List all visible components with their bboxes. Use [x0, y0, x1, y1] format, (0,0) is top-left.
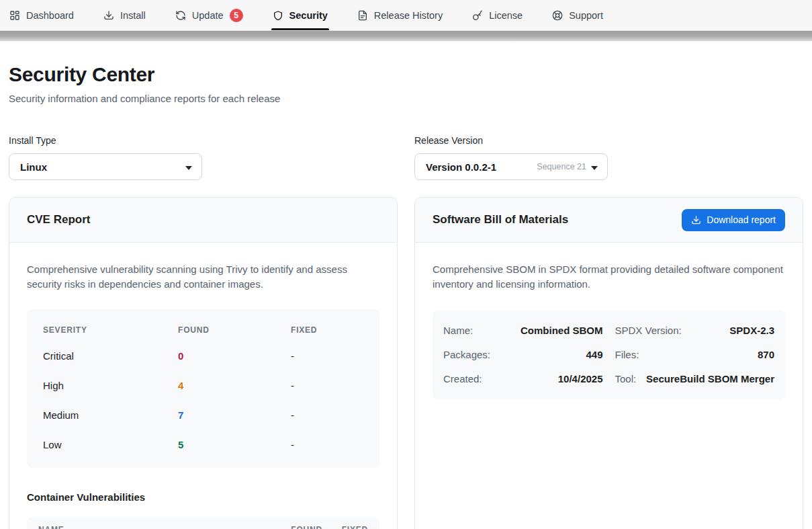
active-tab-underline	[271, 28, 329, 30]
sbom-body: Comprehensive SBOM in SPDX format provid…	[415, 243, 803, 419]
page-title: Security Center	[9, 63, 803, 86]
sbom-details-row: Packages: 449 Files: 870	[443, 343, 774, 367]
detail-value: Combined SBOM	[481, 325, 602, 336]
container-vulnerabilities-table-header: Name Found Fixed	[27, 517, 379, 529]
nav-label: Install	[120, 10, 146, 21]
fixed-count: -	[291, 439, 363, 450]
column-header-fixed: Fixed	[291, 325, 363, 335]
filters-row: Install Type Linux Release Version Versi…	[9, 135, 803, 180]
cve-report-title: CVE Report	[27, 213, 90, 227]
sbom-detail-spdx-version: SPDX Version: SPDX-2.3	[615, 325, 775, 336]
column-header-found: Found	[281, 525, 322, 529]
detail-value: SPDX-2.3	[690, 325, 774, 336]
detail-label: Created:	[443, 373, 482, 384]
detail-label: Tool:	[615, 373, 637, 384]
download-report-button[interactable]: Download report	[682, 209, 785, 231]
sbom-details-row: Name: Combined SBOM SPDX Version: SPDX-2…	[443, 319, 774, 343]
table-row-critical: Critical 0 -	[43, 341, 363, 371]
cve-report-header: CVE Report	[9, 198, 397, 243]
nav-item-install[interactable]: Install	[103, 0, 146, 30]
install-type-select[interactable]: Linux	[9, 153, 202, 180]
detail-label: Packages:	[443, 349, 490, 360]
refresh-icon	[175, 10, 186, 21]
cards-row: CVE Report Comprehensive vulnerability s…	[9, 197, 803, 529]
container-vulnerabilities-title: Container Vulnerabilities	[27, 491, 379, 503]
sbom-detail-tool: Tool: SecureBuild SBOM Merger	[615, 373, 775, 384]
fixed-count: -	[291, 409, 363, 421]
found-count: 7	[178, 409, 291, 421]
key-icon	[472, 10, 483, 21]
found-count: 5	[178, 439, 291, 450]
found-count: 0	[178, 350, 291, 362]
nav-label: Dashboard	[26, 10, 74, 21]
sbom-detail-name: Name: Combined SBOM	[443, 325, 603, 336]
nav-item-security[interactable]: Security	[273, 0, 328, 30]
nav-label: Security	[289, 10, 328, 21]
install-type-value: Linux	[20, 161, 47, 173]
table-row-medium: Medium 7 -	[43, 401, 363, 430]
chevron-down-icon	[185, 161, 192, 173]
cve-report-description: Comprehensive vulnerability scanning usi…	[27, 262, 379, 292]
download-report-label: Download report	[707, 214, 776, 225]
fixed-count: -	[291, 350, 363, 362]
life-buoy-icon	[552, 10, 563, 21]
detail-value: 449	[498, 349, 602, 360]
sbom-title: Software Bill of Materials	[433, 213, 568, 227]
found-count: 4	[178, 380, 291, 391]
install-type-filter: Install Type Linux	[9, 135, 398, 180]
column-header-fixed: Fixed	[332, 525, 368, 529]
fixed-count: -	[291, 380, 363, 391]
nav-item-release-history[interactable]: Release History	[357, 0, 443, 30]
sbom-header: Software Bill of Materials Download repo…	[415, 198, 803, 243]
cve-report-body: Comprehensive vulnerability scanning usi…	[9, 243, 397, 529]
sbom-detail-packages: Packages: 449	[443, 349, 603, 360]
sbom-description: Comprehensive SBOM in SPDX format provid…	[433, 262, 785, 292]
update-count-badge: 5	[230, 9, 243, 22]
nav-item-support[interactable]: Support	[552, 0, 603, 30]
detail-value: SecureBuild SBOM Merger	[644, 373, 774, 384]
detail-label: SPDX Version:	[615, 325, 682, 336]
sbom-detail-created: Created: 10/4/2025	[443, 373, 603, 384]
nav-label: License	[489, 10, 523, 21]
nav-label: Release History	[374, 10, 443, 21]
sbom-details-row: Created: 10/4/2025 Tool: SecureBuild SBO…	[443, 367, 774, 391]
install-type-label: Install Type	[9, 135, 398, 146]
sbom-card: Software Bill of Materials Download repo…	[414, 197, 803, 529]
detail-value: 870	[647, 349, 774, 360]
severity-label: Medium	[43, 409, 178, 421]
nav-item-dashboard[interactable]: Dashboard	[9, 0, 74, 30]
file-text-icon	[357, 10, 368, 21]
dashboard-icon	[9, 10, 20, 21]
release-sequence-label: Sequence 21	[537, 162, 586, 171]
chevron-down-icon	[591, 161, 598, 173]
column-header-found: Found	[178, 325, 291, 335]
cve-report-card: CVE Report Comprehensive vulnerability s…	[9, 197, 398, 529]
release-version-filter: Release Version Version 0.0.2-1 Sequence…	[414, 135, 803, 180]
release-version-value: Version 0.0.2-1	[426, 161, 496, 173]
table-row-high: High 4 -	[43, 371, 363, 401]
release-version-select[interactable]: Version 0.0.2-1 Sequence 21	[414, 153, 608, 180]
severity-label: Low	[43, 439, 178, 450]
main-content: Security Center Security information and…	[0, 63, 812, 529]
nav-item-license[interactable]: License	[472, 0, 523, 30]
download-icon	[103, 10, 114, 21]
severity-table-header: Severity Found Fixed	[43, 315, 363, 341]
nav-label: Support	[569, 10, 603, 21]
release-version-label: Release Version	[414, 135, 803, 146]
severity-table: Severity Found Fixed Critical 0 - High 4…	[27, 309, 379, 468]
download-icon	[691, 215, 701, 225]
top-navigation: Dashboard Install Update 5 Security Rele…	[0, 0, 812, 31]
nav-item-update[interactable]: Update 5	[175, 0, 243, 30]
page-subtitle: Security information and compliance repo…	[9, 93, 803, 104]
sbom-details-panel: Name: Combined SBOM SPDX Version: SPDX-2…	[433, 310, 785, 400]
column-header-name: Name	[38, 525, 271, 529]
severity-label: Critical	[43, 350, 178, 362]
nav-label: Update	[192, 10, 224, 21]
severity-label: High	[43, 380, 178, 391]
detail-value: 10/4/2025	[490, 373, 603, 384]
table-row-low: Low 5 -	[43, 430, 363, 460]
detail-label: Files:	[615, 349, 639, 360]
scroll-shadow-band	[0, 31, 812, 41]
detail-label: Name:	[443, 325, 473, 336]
column-header-severity: Severity	[43, 325, 178, 335]
